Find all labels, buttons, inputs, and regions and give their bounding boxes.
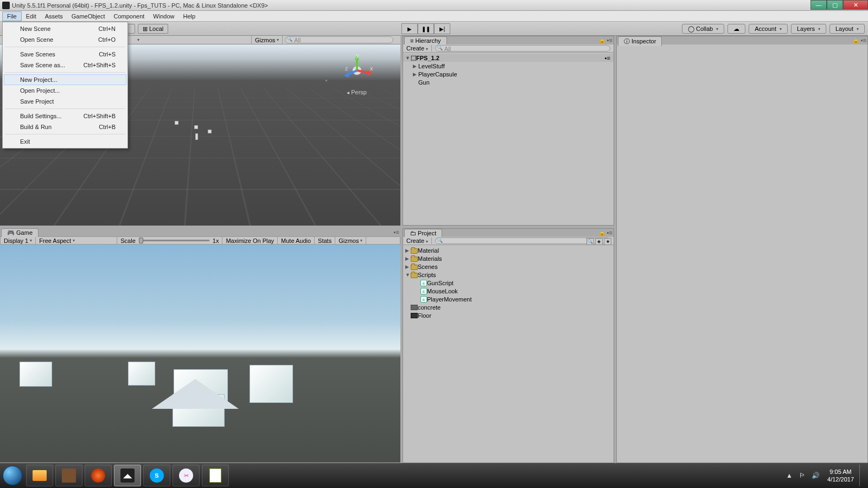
project-script-gunscript[interactable]: c GunScript — [403, 279, 614, 287]
game-view[interactable] — [0, 245, 400, 463]
menu-edit[interactable]: Edit — [22, 12, 41, 21]
unity-scene-icon: ⬚ — [411, 54, 416, 61]
project-folder-scenes[interactable]: ▶ Scenes — [403, 262, 614, 271]
scene-search-input[interactable]: All — [285, 36, 393, 43]
stats-toggle[interactable]: Stats — [315, 237, 335, 245]
inspector-tab[interactable]: ⓘ Inspector — [618, 36, 662, 46]
tray-clock[interactable]: 9:05 AM 4/12/2017 — [822, 468, 859, 483]
maximize-toggle[interactable]: Maximize On Play — [222, 237, 278, 245]
file-save-project[interactable]: Save Project — [4, 96, 126, 107]
file-open-project[interactable]: Open Project... — [4, 85, 126, 96]
search-filter-icon[interactable]: 🔍 — [586, 238, 594, 245]
pause-button[interactable]: ❚❚ — [418, 23, 434, 34]
scene-object[interactable] — [195, 133, 198, 140]
project-script-mouselook[interactable]: c MouseLook — [403, 287, 614, 295]
show-desktop-button[interactable] — [859, 465, 865, 486]
step-button[interactable]: ▶| — [434, 23, 450, 34]
gizmos-dropdown[interactable]: Gizmos — [252, 36, 283, 44]
menu-assets[interactable]: Assets — [41, 12, 67, 21]
hierarchy-item-levelstuff[interactable]: ▶LevelStuff — [403, 62, 614, 70]
panel-options-icon[interactable]: ▪≡ — [861, 37, 866, 44]
layout-button[interactable]: Layout — [829, 24, 865, 34]
window-maximize-button[interactable]: ▢ — [827, 0, 843, 10]
menu-help[interactable]: Help — [178, 12, 200, 21]
file-save-scenes[interactable]: Save ScenesCtrl+S — [4, 49, 126, 60]
menu-file[interactable]: File — [2, 11, 22, 21]
file-new-project[interactable]: New Project... — [4, 74, 126, 85]
scene-object[interactable] — [208, 130, 212, 133]
hierarchy-tab[interactable]: ≡ Hierarchy — [404, 36, 447, 44]
project-asset-concrete[interactable]: concrete — [403, 303, 614, 311]
perspective-label[interactable]: ◂ Persp — [347, 89, 367, 95]
menu-bar: File Edit Assets GameObject Component Wi… — [0, 11, 868, 22]
panel-lock-icon[interactable]: 🔒 — [598, 37, 606, 44]
hierarchy-item-playercapsule[interactable]: ▶PlayerCapsule — [403, 70, 614, 78]
task-explorer[interactable] — [26, 465, 53, 486]
tray-volume-icon[interactable]: 🔊 — [810, 471, 820, 480]
scene-options-icon[interactable]: ▪≡ — [605, 55, 610, 61]
system-tray: ▲ 🏳 🔊 9:05 AM 4/12/2017 — [783, 463, 865, 488]
local-space-button[interactable]: ⊞Local — [138, 24, 168, 34]
scene-object — [326, 80, 327, 81]
mute-toggle[interactable]: Mute Audio — [278, 237, 315, 245]
start-button[interactable] — [0, 463, 25, 488]
cloud-button[interactable]: ☁ — [727, 24, 745, 34]
task-firefox[interactable] — [85, 465, 112, 486]
window-close-button[interactable]: ✕ — [843, 0, 868, 10]
task-unity[interactable]: ◢◣ — [114, 465, 141, 486]
file-open-scene[interactable]: Open SceneCtrl+O — [4, 34, 126, 45]
task-snip[interactable]: ✂ — [173, 465, 200, 486]
project-script-playermovement[interactable]: c PlayerMovement — [403, 295, 614, 303]
hierarchy-scene-row[interactable]: ▼⬚ FPS_1.2▪≡ — [403, 54, 614, 62]
game-tab[interactable]: 🎮 Game — [1, 228, 39, 237]
axis-gizmo[interactable]: y x z — [341, 54, 373, 87]
menu-gameobject[interactable]: GameObject — [67, 12, 110, 21]
game-panel: 🎮 Game ▪≡ Display 1 Free Aspect Scale 1x… — [0, 228, 400, 463]
play-button[interactable]: ▶ — [401, 23, 418, 34]
file-save-scene-as[interactable]: Save Scene as...Ctrl+Shift+S — [4, 60, 126, 70]
project-asset-floor[interactable]: Floor — [403, 311, 614, 319]
menu-component[interactable]: Component — [109, 12, 149, 21]
favorite-icon[interactable]: ★ — [604, 238, 611, 245]
panel-lock-icon[interactable]: 🔒 — [598, 229, 606, 236]
panel-options-icon[interactable]: ▪≡ — [607, 37, 612, 44]
project-create-button[interactable]: Create — [403, 237, 432, 244]
file-build-and-run[interactable]: Build & RunCtrl+B — [4, 121, 126, 132]
tray-action-center-icon[interactable]: 🏳 — [797, 471, 807, 480]
aspect-dropdown[interactable]: Free Aspect — [36, 237, 117, 245]
search-label-icon[interactable]: ◈ — [595, 238, 603, 245]
project-folder-material[interactable]: ▶ Material — [403, 246, 614, 254]
project-folder-materials[interactable]: ▶ Materials — [403, 254, 614, 262]
svg-marker-6 — [344, 72, 349, 78]
hierarchy-create-button[interactable]: Create — [403, 45, 432, 52]
collab-button[interactable]: ◯ Collab — [682, 24, 724, 34]
scale-slider[interactable]: Scale 1x — [117, 237, 222, 245]
project-folder-scripts[interactable]: ▼ Scripts — [403, 271, 614, 279]
window-minimize-button[interactable]: — — [810, 0, 827, 10]
scene-object[interactable] — [175, 121, 178, 125]
inspector-panel: ⓘ Inspector 🔒▪≡ — [616, 36, 868, 463]
display-dropdown[interactable]: Display 1 — [1, 237, 36, 245]
game-cube — [128, 362, 155, 386]
game-gizmos-dropdown[interactable]: Gizmos — [335, 237, 366, 245]
file-new-scene[interactable]: New SceneCtrl+N — [4, 23, 126, 34]
account-button[interactable]: Account — [749, 24, 788, 34]
panel-options-icon[interactable]: ▪≡ — [394, 229, 399, 235]
layers-button[interactable]: Layers — [791, 24, 826, 34]
panel-options-icon[interactable]: ▪≡ — [607, 229, 612, 236]
task-skype[interactable]: S — [143, 465, 170, 486]
project-tab[interactable]: 🗀 Project — [404, 229, 442, 237]
scene-object[interactable] — [194, 125, 198, 129]
hierarchy-search-input[interactable]: All — [435, 45, 610, 52]
task-game[interactable] — [55, 465, 82, 486]
task-notes[interactable] — [202, 465, 229, 486]
project-search-input[interactable] — [435, 237, 610, 244]
file-build-settings[interactable]: Build Settings...Ctrl+Shift+B — [4, 111, 126, 121]
hierarchy-item-gun[interactable]: Gun — [403, 78, 614, 86]
tray-show-hidden-icon[interactable]: ▲ — [784, 471, 794, 480]
panel-lock-icon[interactable]: 🔒 — [852, 37, 860, 44]
file-exit[interactable]: Exit — [4, 136, 126, 147]
menu-window[interactable]: Window — [149, 12, 178, 21]
scene-shading-dropdown[interactable] — [132, 36, 252, 44]
hierarchy-tree: ▼⬚ FPS_1.2▪≡ ▶LevelStuff ▶PlayerCapsule … — [403, 53, 614, 87]
